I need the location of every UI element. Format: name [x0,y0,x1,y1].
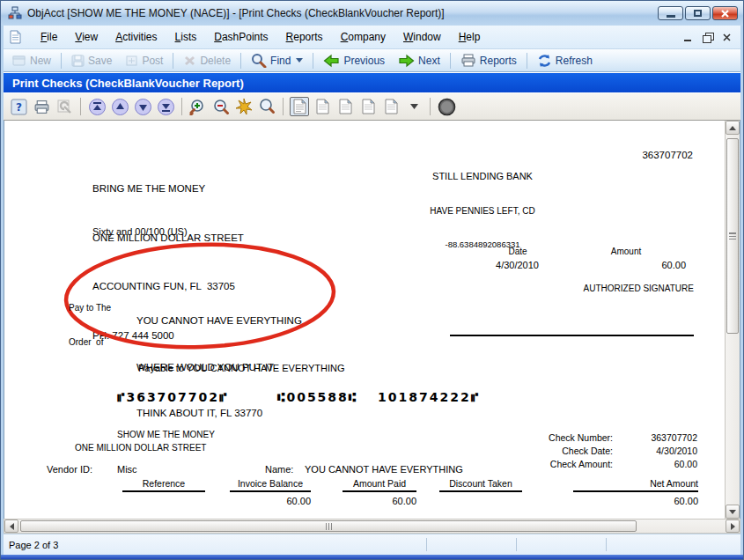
menu-company[interactable]: Company [333,28,394,46]
find-button[interactable]: Find [246,51,308,70]
last-page-button[interactable] [156,97,175,116]
payee-line3: THINK ABOUT IT, FL 33770 [136,406,302,422]
previous-page-button[interactable] [110,97,129,116]
vertical-scroll-thumb[interactable] [726,138,739,334]
window-frame-bottom [1,555,743,559]
mdi-close-icon[interactable] [722,33,732,42]
help-button[interactable]: ? [9,97,28,116]
print-button[interactable] [32,97,51,116]
vendor-id-label: Vendor ID: [47,464,92,475]
view-options-dropdown[interactable] [404,97,424,116]
post-button[interactable]: Post [120,53,168,69]
menu-window[interactable]: Window [395,28,449,46]
svg-text:?: ? [16,101,22,114]
menu-dashpoints[interactable]: DashPoints [206,28,276,46]
bank-line2: HAVE PENNIES LEFT, CD [399,206,566,216]
scroll-up-icon [729,126,736,130]
print-setup-button[interactable] [55,97,74,116]
next-label: Next [418,55,440,67]
document-icon [9,30,22,44]
previous-page-icon [111,98,129,116]
col-header-amount-paid: Amount Paid [343,478,416,492]
next-page-button[interactable] [133,97,152,116]
col-header-reference: Reference [122,478,205,492]
view-continuous-button[interactable] [313,97,332,116]
scroll-right-button[interactable] [726,519,740,533]
stop-button[interactable] [437,97,456,116]
net-amount-value: 60.00 [573,496,698,506]
company-name: BRING ME THE MONEY [92,181,244,197]
delete-button[interactable]: Delete [178,53,236,69]
scroll-left-button[interactable] [4,519,18,533]
page-facing-icon [338,99,353,114]
horizontal-scroll-thumb[interactable] [20,520,637,532]
amount-value: 60.00 [612,260,686,270]
view-thumbnails-button[interactable] [381,97,401,116]
vertical-scrollbar[interactable] [725,121,740,519]
scroll-right-icon [731,523,735,530]
chevron-down-icon [410,104,418,109]
find-label: Find [270,55,291,67]
new-button[interactable]: New [7,53,56,69]
page-single-icon [292,99,307,114]
scroll-grip-icon [729,232,736,239]
date-value: 4/30/2010 [480,260,555,270]
payable-to-line: Payable to YOU CANNOT HAVE EVERYTHING [138,363,345,373]
reports-button[interactable]: Reports [455,52,522,69]
pay-to-line2: Order of [69,336,111,348]
report-title: Print Checks (CheckBlankVoucher Report) [12,77,244,90]
check-number-label: Check Number: [507,431,613,445]
page-thumbnails-icon [384,99,399,114]
first-page-icon [88,98,107,116]
menu-view[interactable]: View [67,28,106,46]
menu-activities[interactable]: Activities [107,28,165,46]
status-pane-divider [606,538,607,551]
view-continuous-facing-button[interactable] [358,97,378,116]
zoom-out-button[interactable] [211,97,231,116]
menu-file[interactable]: File [33,28,65,46]
signature-line [450,335,694,336]
stop-icon [438,98,456,116]
zoom-button[interactable] [257,97,276,116]
previous-label: Previous [343,55,385,67]
bank-name: STILL LENDING BANK [399,171,566,181]
micr-onus-left: ⑈363707702⑈ [117,390,228,404]
refresh-button[interactable]: Refresh [532,52,598,70]
window-title: ObjAcct [SHOW ME THE MONEY (NACE)] - [Pr… [27,7,652,19]
amount-paid-value: 60.00 [343,496,416,506]
view-facing-button[interactable] [335,97,355,116]
zoom-in-button[interactable] [188,97,208,116]
magnifier-icon [258,98,276,115]
zoom-fit-button[interactable] [234,97,254,116]
menu-help[interactable]: Help [451,28,489,46]
view-single-page-button[interactable] [290,97,309,116]
authorized-signature-label: AUTHORIZED SIGNATURE [518,284,694,293]
main-toolbar: New Save Post Delete [4,49,740,72]
zoom-in-icon [189,98,207,115]
mdi-restore-icon[interactable] [703,33,713,42]
menu-lists[interactable]: Lists [167,28,205,46]
micr-transit: ⑆005588⑆ [277,390,357,404]
first-page-button[interactable] [87,97,107,116]
horizontal-scrollbar[interactable] [4,519,740,534]
post-icon [125,55,138,67]
minimize-button[interactable] [658,6,683,20]
close-button[interactable] [712,6,738,20]
page-continuous-icon [315,99,330,114]
scroll-up-button[interactable] [726,121,740,135]
stub-company-line2: ONE MILLION DOLLAR STREET [75,443,206,453]
pay-to-label: Pay to The Order of [69,279,111,371]
maximize-button[interactable] [685,6,711,20]
find-dropdown-icon[interactable] [296,58,303,63]
previous-button[interactable]: Previous [318,52,390,70]
find-icon [251,53,267,68]
next-page-icon [134,98,152,116]
next-button[interactable]: Next [393,52,446,70]
zoom-fit-icon [235,98,253,115]
mdi-minimize-icon[interactable] [683,33,694,42]
save-button[interactable]: Save [66,53,117,69]
app-icon [8,6,22,20]
status-bar: Page 2 of 3 [4,534,740,555]
menu-reports[interactable]: Reports [278,28,331,46]
scroll-down-button[interactable] [726,505,740,519]
